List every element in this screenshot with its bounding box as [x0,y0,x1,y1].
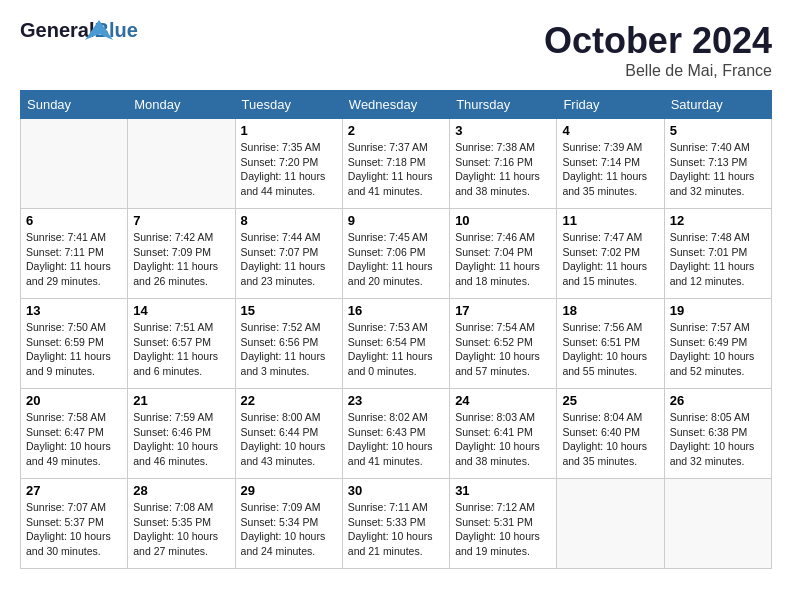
day-number: 30 [348,483,444,498]
calendar-cell: 14Sunrise: 7:51 AM Sunset: 6:57 PM Dayli… [128,299,235,389]
svg-marker-0 [85,20,113,40]
day-number: 4 [562,123,658,138]
day-info: Sunrise: 7:41 AM Sunset: 7:11 PM Dayligh… [26,230,122,289]
day-number: 15 [241,303,337,318]
day-number: 25 [562,393,658,408]
day-number: 18 [562,303,658,318]
calendar-cell: 17Sunrise: 7:54 AM Sunset: 6:52 PM Dayli… [450,299,557,389]
logo-bird-icon [85,20,115,42]
day-number: 12 [670,213,766,228]
calendar-cell: 8Sunrise: 7:44 AM Sunset: 7:07 PM Daylig… [235,209,342,299]
calendar-cell: 13Sunrise: 7:50 AM Sunset: 6:59 PM Dayli… [21,299,128,389]
day-info: Sunrise: 7:51 AM Sunset: 6:57 PM Dayligh… [133,320,229,379]
calendar-cell: 22Sunrise: 8:00 AM Sunset: 6:44 PM Dayli… [235,389,342,479]
day-number: 23 [348,393,444,408]
calendar-cell [557,479,664,569]
month-title: October 2024 [544,20,772,62]
day-number: 9 [348,213,444,228]
day-info: Sunrise: 7:12 AM Sunset: 5:31 PM Dayligh… [455,500,551,559]
calendar-week-row: 13Sunrise: 7:50 AM Sunset: 6:59 PM Dayli… [21,299,772,389]
day-number: 21 [133,393,229,408]
calendar-cell: 7Sunrise: 7:42 AM Sunset: 7:09 PM Daylig… [128,209,235,299]
day-number: 6 [26,213,122,228]
day-number: 27 [26,483,122,498]
day-info: Sunrise: 8:05 AM Sunset: 6:38 PM Dayligh… [670,410,766,469]
day-info: Sunrise: 7:07 AM Sunset: 5:37 PM Dayligh… [26,500,122,559]
col-header-monday: Monday [128,91,235,119]
calendar-cell [128,119,235,209]
calendar-cell [21,119,128,209]
calendar-cell: 9Sunrise: 7:45 AM Sunset: 7:06 PM Daylig… [342,209,449,299]
day-info: Sunrise: 7:58 AM Sunset: 6:47 PM Dayligh… [26,410,122,469]
logo-general-text: General [20,20,94,40]
col-header-friday: Friday [557,91,664,119]
day-number: 22 [241,393,337,408]
calendar-week-row: 20Sunrise: 7:58 AM Sunset: 6:47 PM Dayli… [21,389,772,479]
col-header-wednesday: Wednesday [342,91,449,119]
calendar-week-row: 6Sunrise: 7:41 AM Sunset: 7:11 PM Daylig… [21,209,772,299]
day-number: 26 [670,393,766,408]
day-info: Sunrise: 8:00 AM Sunset: 6:44 PM Dayligh… [241,410,337,469]
calendar-cell: 4Sunrise: 7:39 AM Sunset: 7:14 PM Daylig… [557,119,664,209]
day-number: 13 [26,303,122,318]
calendar-week-row: 1Sunrise: 7:35 AM Sunset: 7:20 PM Daylig… [21,119,772,209]
day-info: Sunrise: 8:04 AM Sunset: 6:40 PM Dayligh… [562,410,658,469]
calendar-cell: 10Sunrise: 7:46 AM Sunset: 7:04 PM Dayli… [450,209,557,299]
day-number: 19 [670,303,766,318]
calendar-cell: 12Sunrise: 7:48 AM Sunset: 7:01 PM Dayli… [664,209,771,299]
day-info: Sunrise: 7:50 AM Sunset: 6:59 PM Dayligh… [26,320,122,379]
calendar-cell: 15Sunrise: 7:52 AM Sunset: 6:56 PM Dayli… [235,299,342,389]
calendar-header-row: SundayMondayTuesdayWednesdayThursdayFrid… [21,91,772,119]
day-info: Sunrise: 7:57 AM Sunset: 6:49 PM Dayligh… [670,320,766,379]
day-number: 29 [241,483,337,498]
col-header-tuesday: Tuesday [235,91,342,119]
col-header-sunday: Sunday [21,91,128,119]
calendar-cell: 11Sunrise: 7:47 AM Sunset: 7:02 PM Dayli… [557,209,664,299]
day-number: 5 [670,123,766,138]
col-header-saturday: Saturday [664,91,771,119]
calendar-cell: 1Sunrise: 7:35 AM Sunset: 7:20 PM Daylig… [235,119,342,209]
day-number: 8 [241,213,337,228]
day-info: Sunrise: 7:56 AM Sunset: 6:51 PM Dayligh… [562,320,658,379]
day-number: 16 [348,303,444,318]
col-header-thursday: Thursday [450,91,557,119]
day-info: Sunrise: 7:11 AM Sunset: 5:33 PM Dayligh… [348,500,444,559]
calendar-cell: 19Sunrise: 7:57 AM Sunset: 6:49 PM Dayli… [664,299,771,389]
calendar-cell: 20Sunrise: 7:58 AM Sunset: 6:47 PM Dayli… [21,389,128,479]
location-text: Belle de Mai, France [544,62,772,80]
calendar-cell: 5Sunrise: 7:40 AM Sunset: 7:13 PM Daylig… [664,119,771,209]
calendar-cell: 27Sunrise: 7:07 AM Sunset: 5:37 PM Dayli… [21,479,128,569]
day-info: Sunrise: 7:38 AM Sunset: 7:16 PM Dayligh… [455,140,551,199]
day-info: Sunrise: 7:59 AM Sunset: 6:46 PM Dayligh… [133,410,229,469]
calendar-cell: 24Sunrise: 8:03 AM Sunset: 6:41 PM Dayli… [450,389,557,479]
calendar-cell: 2Sunrise: 7:37 AM Sunset: 7:18 PM Daylig… [342,119,449,209]
title-block: October 2024 Belle de Mai, France [544,20,772,80]
calendar-cell: 26Sunrise: 8:05 AM Sunset: 6:38 PM Dayli… [664,389,771,479]
calendar-cell: 30Sunrise: 7:11 AM Sunset: 5:33 PM Dayli… [342,479,449,569]
calendar-table: SundayMondayTuesdayWednesdayThursdayFrid… [20,90,772,569]
day-number: 2 [348,123,444,138]
calendar-cell: 23Sunrise: 8:02 AM Sunset: 6:43 PM Dayli… [342,389,449,479]
calendar-cell: 16Sunrise: 7:53 AM Sunset: 6:54 PM Dayli… [342,299,449,389]
logo: General Blue [20,20,110,75]
calendar-cell: 28Sunrise: 7:08 AM Sunset: 5:35 PM Dayli… [128,479,235,569]
calendar-cell: 18Sunrise: 7:56 AM Sunset: 6:51 PM Dayli… [557,299,664,389]
day-number: 11 [562,213,658,228]
day-info: Sunrise: 7:35 AM Sunset: 7:20 PM Dayligh… [241,140,337,199]
calendar-cell: 3Sunrise: 7:38 AM Sunset: 7:16 PM Daylig… [450,119,557,209]
day-info: Sunrise: 7:09 AM Sunset: 5:34 PM Dayligh… [241,500,337,559]
calendar-cell: 25Sunrise: 8:04 AM Sunset: 6:40 PM Dayli… [557,389,664,479]
day-info: Sunrise: 7:44 AM Sunset: 7:07 PM Dayligh… [241,230,337,289]
day-info: Sunrise: 7:42 AM Sunset: 7:09 PM Dayligh… [133,230,229,289]
day-info: Sunrise: 8:02 AM Sunset: 6:43 PM Dayligh… [348,410,444,469]
day-info: Sunrise: 7:37 AM Sunset: 7:18 PM Dayligh… [348,140,444,199]
calendar-cell: 6Sunrise: 7:41 AM Sunset: 7:11 PM Daylig… [21,209,128,299]
day-info: Sunrise: 7:54 AM Sunset: 6:52 PM Dayligh… [455,320,551,379]
day-info: Sunrise: 7:52 AM Sunset: 6:56 PM Dayligh… [241,320,337,379]
day-number: 14 [133,303,229,318]
day-number: 24 [455,393,551,408]
day-info: Sunrise: 7:48 AM Sunset: 7:01 PM Dayligh… [670,230,766,289]
calendar-cell: 31Sunrise: 7:12 AM Sunset: 5:31 PM Dayli… [450,479,557,569]
calendar-cell [664,479,771,569]
day-info: Sunrise: 8:03 AM Sunset: 6:41 PM Dayligh… [455,410,551,469]
